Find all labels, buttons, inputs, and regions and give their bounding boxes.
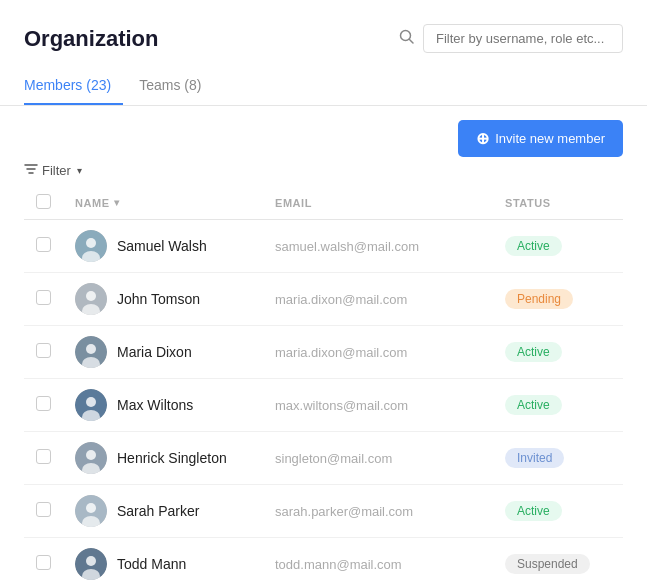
- row-name-cell: Sarah Parker: [63, 485, 263, 538]
- row-status-cell: Active: [493, 379, 623, 432]
- row-checkbox-cell: [24, 326, 63, 379]
- name-cell: Todd Mann: [75, 548, 251, 580]
- tabs-bar: Members (23) Teams (8): [0, 53, 647, 106]
- invite-new-member-button[interactable]: ⊕ Invite new member: [458, 120, 623, 157]
- row-checkbox[interactable]: [36, 502, 51, 517]
- page-header: Organization: [0, 0, 647, 53]
- row-status-cell: Suspended: [493, 538, 623, 583]
- member-name: Todd Mann: [117, 556, 186, 572]
- member-email: sarah.parker@mail.com: [275, 504, 413, 519]
- search-area: [399, 24, 623, 53]
- members-table-wrap: NAME ▾ EMAIL STATUS Samuel Wal: [0, 186, 647, 582]
- table-body: Samuel Walsh samuel.walsh@mail.com Activ…: [24, 220, 623, 583]
- svg-point-12: [86, 344, 96, 354]
- avatar: [75, 230, 107, 262]
- member-email: maria.dixon@mail.com: [275, 345, 407, 360]
- row-checkbox-cell: [24, 538, 63, 583]
- member-name: Max Wiltons: [117, 397, 193, 413]
- svg-point-18: [86, 450, 96, 460]
- member-email: samuel.walsh@mail.com: [275, 239, 419, 254]
- table-row: Max Wiltons max.wiltons@mail.com Active: [24, 379, 623, 432]
- select-all-checkbox[interactable]: [36, 194, 51, 209]
- member-name: Maria Dixon: [117, 344, 192, 360]
- row-checkbox[interactable]: [36, 449, 51, 464]
- members-table: NAME ▾ EMAIL STATUS Samuel Wal: [24, 186, 623, 582]
- avatar: [75, 495, 107, 527]
- row-status-cell: Active: [493, 220, 623, 273]
- row-email-cell: maria.dixon@mail.com: [263, 326, 493, 379]
- row-checkbox[interactable]: [36, 396, 51, 411]
- search-input[interactable]: [423, 24, 623, 53]
- name-cell: Maria Dixon: [75, 336, 251, 368]
- avatar: [75, 442, 107, 474]
- row-email-cell: maria.dixon@mail.com: [263, 273, 493, 326]
- filter-chevron-icon: ▾: [77, 165, 82, 176]
- member-email: singleton@mail.com: [275, 451, 392, 466]
- member-name: Sarah Parker: [117, 503, 199, 519]
- member-email: maria.dixon@mail.com: [275, 292, 407, 307]
- member-email: todd.mann@mail.com: [275, 557, 402, 572]
- avatar: [75, 336, 107, 368]
- row-name-cell: Maria Dixon: [63, 326, 263, 379]
- row-checkbox-cell: [24, 273, 63, 326]
- row-checkbox[interactable]: [36, 237, 51, 252]
- svg-line-1: [410, 39, 414, 43]
- name-cell: Max Wiltons: [75, 389, 251, 421]
- row-name-cell: Samuel Walsh: [63, 220, 263, 273]
- table-header: NAME ▾ EMAIL STATUS: [24, 186, 623, 220]
- table-row: John Tomson maria.dixon@mail.com Pending: [24, 273, 623, 326]
- table-row: Todd Mann todd.mann@mail.com Suspended: [24, 538, 623, 583]
- tab-teams[interactable]: Teams (8): [139, 69, 213, 105]
- row-email-cell: samuel.walsh@mail.com: [263, 220, 493, 273]
- col-header-checkbox: [24, 186, 63, 220]
- tab-members[interactable]: Members (23): [24, 69, 123, 105]
- row-name-cell: Todd Mann: [63, 538, 263, 583]
- col-header-name: NAME ▾: [63, 186, 263, 220]
- table-row: Maria Dixon maria.dixon@mail.com Active: [24, 326, 623, 379]
- row-status-cell: Active: [493, 485, 623, 538]
- table-row: Sarah Parker sarah.parker@mail.com Activ…: [24, 485, 623, 538]
- member-name: John Tomson: [117, 291, 200, 307]
- svg-point-15: [86, 397, 96, 407]
- row-checkbox[interactable]: [36, 343, 51, 358]
- row-email-cell: todd.mann@mail.com: [263, 538, 493, 583]
- table-row: Samuel Walsh samuel.walsh@mail.com Activ…: [24, 220, 623, 273]
- row-status-cell: Active: [493, 326, 623, 379]
- table-row: Henrick Singleton singleton@mail.com Inv…: [24, 432, 623, 485]
- svg-point-9: [86, 291, 96, 301]
- row-checkbox[interactable]: [36, 290, 51, 305]
- name-cell: Samuel Walsh: [75, 230, 251, 262]
- filter-icon: [24, 163, 38, 178]
- row-email-cell: max.wiltons@mail.com: [263, 379, 493, 432]
- plus-icon: ⊕: [476, 129, 489, 148]
- name-cell: John Tomson: [75, 283, 251, 315]
- status-badge: Pending: [505, 289, 573, 309]
- col-header-email: EMAIL: [263, 186, 493, 220]
- status-badge: Active: [505, 395, 562, 415]
- member-name: Henrick Singleton: [117, 450, 227, 466]
- status-badge: Active: [505, 501, 562, 521]
- name-cell: Henrick Singleton: [75, 442, 251, 474]
- svg-point-6: [86, 238, 96, 248]
- row-checkbox[interactable]: [36, 555, 51, 570]
- name-sort-button[interactable]: NAME ▾: [75, 197, 251, 209]
- row-email-cell: singleton@mail.com: [263, 432, 493, 485]
- status-badge: Invited: [505, 448, 564, 468]
- page-title: Organization: [24, 26, 158, 52]
- status-badge: Active: [505, 342, 562, 362]
- status-badge: Suspended: [505, 554, 590, 574]
- row-status-cell: Pending: [493, 273, 623, 326]
- filter-bar: Filter ▾: [0, 163, 647, 186]
- row-checkbox-cell: [24, 379, 63, 432]
- filter-button[interactable]: Filter ▾: [24, 163, 82, 178]
- row-status-cell: Invited: [493, 432, 623, 485]
- name-cell: Sarah Parker: [75, 495, 251, 527]
- member-name: Samuel Walsh: [117, 238, 207, 254]
- row-checkbox-cell: [24, 220, 63, 273]
- status-badge: Active: [505, 236, 562, 256]
- svg-point-24: [86, 556, 96, 566]
- row-email-cell: sarah.parker@mail.com: [263, 485, 493, 538]
- avatar: [75, 283, 107, 315]
- row-name-cell: John Tomson: [63, 273, 263, 326]
- search-icon[interactable]: [399, 29, 415, 49]
